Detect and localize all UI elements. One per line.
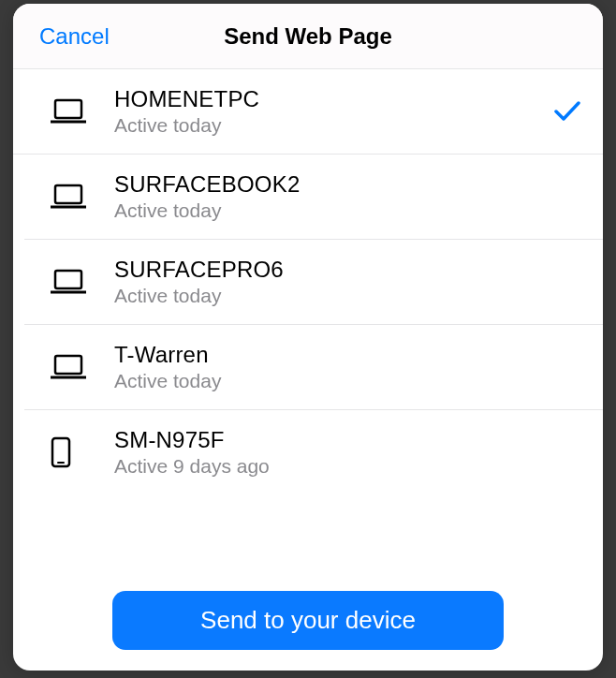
- device-row-smn975f[interactable]: SM-N975F Active 9 days ago: [24, 410, 603, 494]
- device-row-twarren[interactable]: T-Warren Active today: [24, 325, 603, 410]
- checkmark-icon: [552, 101, 582, 122]
- sheet-title: Send Web Page: [224, 23, 392, 50]
- device-info: HOMENETPC Active today: [114, 86, 552, 137]
- cancel-button[interactable]: Cancel: [39, 23, 110, 50]
- device-info: SM-N975F Active 9 days ago: [114, 427, 582, 478]
- svg-rect-4: [55, 271, 81, 288]
- svg-rect-2: [55, 185, 81, 203]
- device-name-label: SM-N975F: [114, 427, 582, 453]
- device-name-label: T-Warren: [114, 342, 582, 368]
- laptop-icon: [51, 98, 90, 125]
- device-status-label: Active today: [114, 370, 582, 392]
- device-row-surfacepro6[interactable]: SURFACEPRO6 Active today: [24, 240, 603, 325]
- device-name-label: SURFACEBOOK2: [114, 171, 582, 198]
- device-info: SURFACEBOOK2 Active today: [114, 171, 582, 222]
- device-list: HOMENETPC Active today SURFACEBOOK2 Acti…: [13, 69, 603, 583]
- laptop-icon: [51, 184, 90, 210]
- device-row-homenetpc[interactable]: HOMENETPC Active today: [13, 69, 603, 155]
- sheet-header: Cancel Send Web Page: [13, 4, 603, 69]
- device-status-label: Active today: [114, 285, 582, 307]
- phone-icon: [51, 436, 90, 468]
- send-webpage-sheet: Cancel Send Web Page HOMENETPC Active to…: [13, 4, 603, 671]
- svg-rect-6: [55, 356, 81, 374]
- device-info: T-Warren Active today: [114, 342, 582, 392]
- laptop-icon: [51, 354, 90, 380]
- device-row-surfacebook2[interactable]: SURFACEBOOK2 Active today: [24, 155, 603, 240]
- device-info: SURFACEPRO6 Active today: [114, 257, 582, 307]
- device-name-label: SURFACEPRO6: [114, 257, 582, 283]
- laptop-icon: [51, 269, 90, 295]
- device-status-label: Active 9 days ago: [114, 455, 582, 478]
- device-name-label: HOMENETPC: [114, 86, 552, 112]
- device-status-label: Active today: [114, 199, 582, 222]
- sheet-footer: Send to your device: [13, 583, 603, 671]
- device-status-label: Active today: [114, 114, 552, 137]
- svg-rect-0: [55, 100, 81, 118]
- send-to-device-button[interactable]: Send to your device: [112, 591, 504, 650]
